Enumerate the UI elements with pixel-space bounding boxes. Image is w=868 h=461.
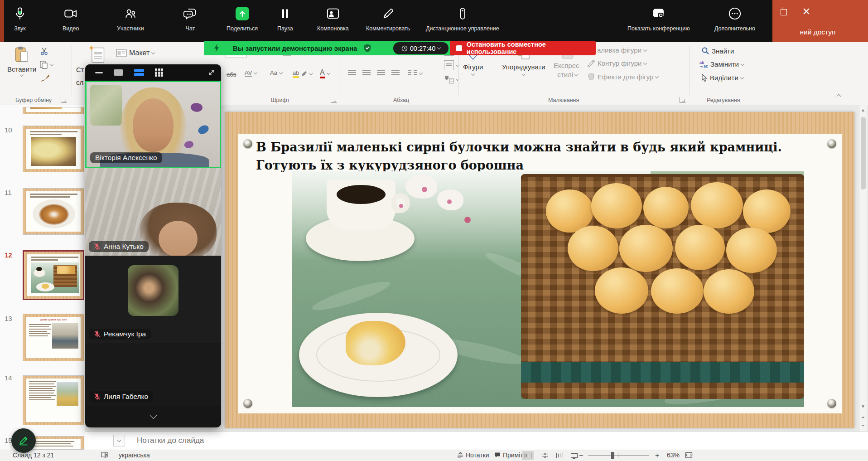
pause-share-button[interactable]: Пауза [277, 4, 293, 41]
drawing-group-label: Малювання [548, 97, 579, 103]
remote-control-button[interactable]: Дистанционное управление [426, 4, 499, 41]
align-left-button[interactable] [348, 70, 356, 76]
annotate-button[interactable]: Комментировать [366, 4, 410, 41]
change-case-button[interactable]: Aa [270, 69, 282, 76]
thumbnail-number: 10 [5, 126, 12, 134]
window-close-icon[interactable]: ✕ [800, 5, 813, 18]
muted-mic-icon [94, 393, 101, 400]
notes-placeholder[interactable]: Нотатки до слайда [137, 436, 204, 445]
shape-outline-icon [587, 60, 595, 67]
thumbnail-slide-9-partial[interactable] [23, 107, 84, 114]
reading-view-button[interactable] [554, 451, 565, 460]
smartart-button[interactable] [444, 75, 459, 84]
thumbnail-slide-14[interactable] [23, 375, 84, 425]
previous-slide-icon[interactable]: ⏶ [861, 415, 865, 420]
replace-button[interactable]: ab﹃ac Замінити [699, 60, 744, 68]
stop-share-button[interactable]: Остановить совместное использование [450, 41, 596, 55]
select-button[interactable]: Виділити [701, 74, 743, 82]
show-conference-button[interactable]: Показать конференцию [627, 4, 690, 41]
window-restore-icon[interactable] [780, 6, 792, 18]
grid-view-icon[interactable] [155, 68, 163, 77]
share-screen-button[interactable]: Поделиться [227, 4, 258, 41]
select-label: Виділити [710, 74, 738, 82]
scrollbar-thumb[interactable] [861, 117, 866, 189]
font-color-button[interactable]: A [320, 68, 330, 78]
participant-tile-lilya[interactable]: Лиля Габелко [85, 343, 221, 406]
expand-panel-icon[interactable] [207, 68, 216, 77]
notes-pane[interactable]: Нотатки до слайда [85, 432, 868, 450]
gallery-view-icon[interactable] [134, 69, 144, 77]
slide-thumbnail-pane: 10 11 12 13 [0, 105, 85, 450]
ppt-share-button-label[interactable]: ний доступ [772, 28, 863, 36]
strikethrough-button[interactable]: абв [227, 71, 236, 78]
cut-button[interactable] [40, 47, 49, 56]
annotation-pencil-button[interactable] [11, 428, 36, 453]
shape-fill-button[interactable]: аливка фігури [597, 46, 646, 54]
slide-12-surface[interactable]: В Бразилії маленькі сирні булочки можна … [225, 112, 854, 428]
participants-button[interactable]: Участники [117, 4, 144, 41]
highlight-button[interactable]: ab [293, 69, 312, 78]
slideshow-view-button[interactable] [568, 451, 580, 460]
meeting-timer[interactable]: 00:27:40 [393, 42, 448, 54]
video-button[interactable]: Видео [63, 4, 79, 41]
scroll-down-icon[interactable]: ▼ [861, 404, 865, 409]
align-center-button[interactable] [362, 70, 371, 76]
speaker-view-icon[interactable] [114, 69, 123, 76]
chat-button[interactable]: Чат [183, 4, 197, 41]
more-button[interactable]: Дополнительно [714, 4, 755, 41]
columns-button[interactable] [408, 70, 422, 76]
layout-composition-button[interactable]: Компоновка [317, 4, 349, 41]
zoom-level[interactable]: 63% [667, 451, 680, 459]
shape-effects-button[interactable]: Ефекти для фігур [587, 73, 658, 81]
notes-splitter-button[interactable] [113, 435, 125, 446]
copy-button[interactable] [39, 60, 53, 69]
thumbnail-slide-10[interactable] [23, 126, 84, 172]
editor-scrollbar[interactable]: ▲ ▼ ⏶ ⏷ [859, 105, 867, 432]
participant-tile-rekamchuk[interactable]: Рекамчук Іра [85, 256, 221, 343]
character-spacing-button[interactable]: AV [245, 69, 257, 77]
drawing-dialog-launcher[interactable] [680, 97, 685, 103]
thumbnail-slide-12-selected[interactable] [23, 250, 84, 300]
participant-video-anna[interactable]: Анна Кутько [85, 168, 221, 256]
collapse-gallery-button[interactable] [85, 406, 221, 427]
font-dialog-launcher[interactable] [331, 97, 337, 103]
find-button[interactable]: Знайти [701, 47, 734, 55]
shape-outline-button[interactable]: Контур фігури [587, 59, 646, 67]
collapse-ribbon-chevron-icon[interactable] [837, 94, 841, 99]
language-indicator[interactable]: українська [119, 451, 150, 459]
normal-view-button[interactable] [522, 451, 534, 460]
zoom-slider-thumb[interactable] [611, 452, 614, 459]
slide-title[interactable]: В Бразилії маленькі сирні булочки можна … [256, 138, 827, 175]
slide-sorter-view-button[interactable] [539, 451, 551, 460]
zoom-in-button[interactable]: + [655, 451, 659, 460]
zoom-out-button[interactable]: − [579, 451, 583, 460]
minimize-panel-icon[interactable] [95, 72, 103, 73]
format-painter-button[interactable] [40, 74, 50, 83]
justify-button[interactable] [391, 70, 400, 76]
scroll-up-icon[interactable]: ▲ [861, 108, 865, 112]
security-shield-icon[interactable] [363, 44, 371, 53]
participants-label: Участники [117, 25, 144, 32]
clipboard-dialog-launcher[interactable] [61, 97, 67, 103]
thumbnail-slide-11[interactable] [23, 188, 84, 235]
new-slide-label-fragment[interactable]: Ст [76, 66, 84, 73]
slide-photo-cheese-buns[interactable] [292, 171, 804, 407]
fit-to-window-icon[interactable] [685, 451, 693, 459]
align-right-button[interactable] [377, 70, 385, 76]
thumbnail-slide-13[interactable]: Цікаві факти про хліб [23, 314, 84, 361]
pause-icon [280, 4, 290, 24]
layout-button[interactable]: Макет [116, 49, 154, 57]
microphone-icon [14, 4, 26, 24]
slide-counter[interactable]: Слайд 12 з 21 [13, 451, 54, 459]
next-slide-icon[interactable]: ⏷ [861, 423, 865, 428]
find-label: Знайти [712, 47, 734, 55]
zoom-video-panel[interactable]: Вікторія Алексенко Анна Кутько Рекамчук … [85, 64, 221, 427]
new-slide-icon-button[interactable] [88, 45, 106, 64]
notes-toggle[interactable]: Нотатки [457, 451, 489, 459]
audio-button[interactable]: Звук [14, 4, 26, 41]
participant-video-viktoria[interactable]: Вікторія Алексенко [85, 81, 221, 168]
paste-button[interactable]: Вставити [7, 46, 36, 76]
zoom-slider-track[interactable] [588, 455, 649, 456]
align-text-button[interactable] [444, 60, 459, 70]
proofing-icon[interactable] [101, 451, 109, 459]
